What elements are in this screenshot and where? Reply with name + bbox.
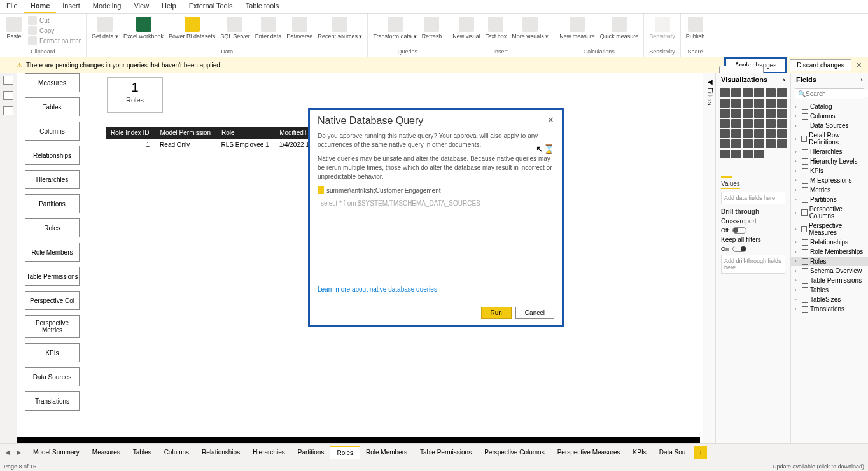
page-tab-kpis[interactable]: KPIs bbox=[627, 446, 653, 459]
paste-button[interactable]: Paste bbox=[3, 15, 25, 41]
viz-type-25[interactable] bbox=[731, 129, 741, 138]
tab-help[interactable]: Help bbox=[155, 0, 183, 13]
page-tab-model-summary[interactable]: Model Summary bbox=[27, 446, 86, 459]
refresh-button[interactable]: Refresh bbox=[419, 15, 445, 41]
viz-type-7[interactable] bbox=[731, 99, 741, 108]
discard-changes-button[interactable]: Discard changes bbox=[790, 59, 851, 71]
field-kpis[interactable]: ›KPIs bbox=[791, 166, 868, 176]
recent-sources-button[interactable]: Recent sources ▾ bbox=[315, 15, 365, 41]
field-data-sources[interactable]: ›Data Sources bbox=[791, 121, 868, 130]
transform-button[interactable]: Transform data ▾ bbox=[370, 15, 419, 41]
viz-type-6[interactable] bbox=[720, 99, 730, 108]
viz-type-32[interactable] bbox=[743, 139, 753, 148]
fields-search[interactable]: 🔍 bbox=[795, 88, 864, 99]
chevron-right-icon[interactable]: › bbox=[860, 76, 863, 83]
update-available[interactable]: Update available (click to download) bbox=[773, 463, 864, 470]
viz-type-33[interactable] bbox=[754, 139, 764, 148]
viz-type-27[interactable] bbox=[754, 129, 764, 138]
page-tab-data-sou[interactable]: Data Sou bbox=[653, 446, 692, 459]
col-role-index[interactable]: Role Index ID bbox=[106, 127, 155, 139]
viz-type-0[interactable] bbox=[720, 88, 730, 97]
learn-more-link[interactable]: Learn more about native database queries bbox=[318, 286, 437, 293]
col-model-perm[interactable]: Model Permission bbox=[155, 127, 216, 139]
viz-type-18[interactable] bbox=[720, 119, 730, 128]
page-tab-hierarchies[interactable]: Hierarchies bbox=[246, 446, 291, 459]
viz-type-10[interactable] bbox=[766, 99, 776, 108]
nav-perspective-metrics[interactable]: PerspectiveMetrics bbox=[25, 315, 80, 338]
nav-roles[interactable]: Roles bbox=[25, 218, 80, 237]
dialog-close-button[interactable]: ✕ bbox=[547, 115, 554, 127]
viz-type-8[interactable] bbox=[743, 99, 753, 108]
quick-measure-button[interactable]: Quick measure bbox=[598, 15, 641, 41]
viz-type-28[interactable] bbox=[766, 129, 776, 138]
field-metrics[interactable]: ›Metrics bbox=[791, 185, 868, 195]
nav-role-members[interactable]: Role Members bbox=[25, 243, 80, 262]
excel-button[interactable]: Excel workbook bbox=[121, 15, 166, 41]
viz-type-9[interactable] bbox=[754, 99, 764, 108]
field-roles[interactable]: ›Roles bbox=[791, 257, 868, 266]
nav-kpis[interactable]: KPIs bbox=[25, 343, 80, 362]
field-translations[interactable]: ›Translations bbox=[791, 304, 868, 314]
keep-filters-toggle[interactable] bbox=[732, 246, 746, 252]
viz-type-3[interactable] bbox=[754, 88, 764, 97]
viz-type-30[interactable] bbox=[720, 139, 730, 148]
field-schema-overview[interactable]: ›Schema Overview bbox=[791, 266, 868, 276]
page-tab-perspective-measures[interactable]: Perspective Measures bbox=[551, 446, 627, 459]
field-detail-row-definitions[interactable]: ›Detail Row Definitions bbox=[791, 130, 868, 147]
viz-type-16[interactable] bbox=[766, 109, 776, 118]
viz-type-24[interactable] bbox=[720, 129, 730, 138]
values-well[interactable]: Add data fields here bbox=[721, 192, 785, 204]
nav-perspective-col[interactable]: Perspective Col bbox=[25, 291, 80, 310]
nav-translations[interactable]: Translations bbox=[25, 391, 80, 411]
page-tab-perspective-columns[interactable]: Perspective Columns bbox=[478, 446, 550, 459]
table-row[interactable]: 1 Read Only RLS Employee 1 1/4/2022 10:2… bbox=[106, 139, 326, 151]
viz-type-15[interactable] bbox=[754, 109, 764, 118]
viz-type-1[interactable] bbox=[731, 88, 741, 97]
publish-button[interactable]: Publish bbox=[683, 15, 708, 41]
page-tab-role-members[interactable]: Role Members bbox=[360, 446, 414, 459]
viz-type-26[interactable] bbox=[743, 129, 753, 138]
nav-data-sources[interactable]: Data Sources bbox=[25, 367, 80, 386]
nav-partitions[interactable]: Partitions bbox=[25, 194, 80, 213]
page-tab-table-permissions[interactable]: Table Permissions bbox=[414, 446, 478, 459]
nav-relationships[interactable]: Relationships bbox=[25, 146, 80, 165]
filters-pane-collapsed[interactable]: ◀ Filters bbox=[703, 73, 717, 443]
cancel-button[interactable]: Cancel bbox=[515, 307, 554, 319]
viz-type-11[interactable] bbox=[777, 99, 787, 108]
viz-type-36[interactable] bbox=[720, 150, 730, 158]
field-perspective-columns[interactable]: ›Perspective Columns bbox=[791, 204, 868, 221]
viz-type-19[interactable] bbox=[731, 119, 741, 128]
more-visuals-button[interactable]: More visuals ▾ bbox=[509, 15, 551, 41]
field-tables[interactable]: ›Tables bbox=[791, 285, 868, 295]
data-view-icon[interactable] bbox=[3, 91, 13, 100]
tab-modeling[interactable]: Modeling bbox=[87, 0, 128, 13]
field-catalog[interactable]: ›Catalog bbox=[791, 102, 868, 111]
page-tab-columns[interactable]: Columns bbox=[158, 446, 195, 459]
viz-type-4[interactable] bbox=[766, 88, 776, 97]
page-tab-measures[interactable]: Measures bbox=[86, 446, 127, 459]
page-tab-partitions[interactable]: Partitions bbox=[291, 446, 331, 459]
viz-type-5[interactable] bbox=[777, 88, 787, 97]
viz-type-29[interactable] bbox=[777, 129, 787, 138]
field-hierarchy-levels[interactable]: ›Hierarchy Levels bbox=[791, 157, 868, 166]
drill-well[interactable]: Add drill-through fields here bbox=[721, 255, 785, 274]
add-page-button[interactable]: + bbox=[694, 446, 707, 459]
col-role[interactable]: Role bbox=[216, 127, 274, 139]
enter-data-button[interactable]: Enter data bbox=[253, 15, 284, 41]
viz-type-2[interactable] bbox=[743, 88, 753, 97]
fields-tab-icon[interactable] bbox=[721, 166, 732, 178]
tab-external[interactable]: External Tools bbox=[183, 0, 239, 13]
viz-type-13[interactable] bbox=[731, 109, 741, 118]
query-preview[interactable]: select * from $SYSTEM.TMSCHEMA_DATA_SOUR… bbox=[318, 197, 554, 279]
copy-button[interactable]: Copy bbox=[25, 25, 83, 36]
field-perspective-measures[interactable]: ›Perspective Measures bbox=[791, 221, 868, 237]
pbi-datasets-button[interactable]: Power BI datasets bbox=[166, 15, 218, 41]
tab-table-tools[interactable]: Table tools bbox=[239, 0, 286, 13]
prev-page-arrow[interactable]: ◀ bbox=[3, 447, 13, 457]
viz-type-37[interactable] bbox=[731, 150, 741, 158]
field-role-memberships[interactable]: ›Role Memberships bbox=[791, 247, 868, 257]
page-tab-relationships[interactable]: Relationships bbox=[195, 446, 246, 459]
page-tab-tables[interactable]: Tables bbox=[127, 446, 158, 459]
dataverse-button[interactable]: Dataverse bbox=[284, 15, 315, 41]
sensitivity-button[interactable]: Sensitivity bbox=[647, 15, 678, 41]
